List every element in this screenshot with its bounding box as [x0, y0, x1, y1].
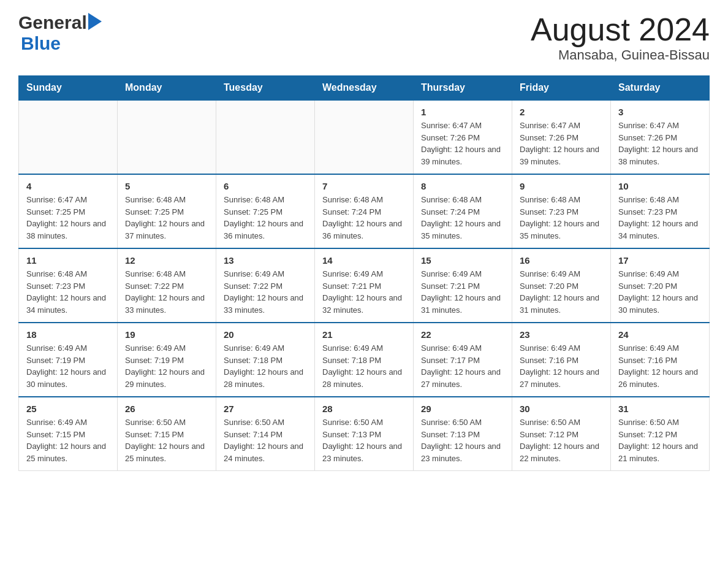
day-number: 29: [421, 404, 504, 414]
day-info: Sunrise: 6:49 AMSunset: 7:22 PMDaylight:…: [224, 268, 307, 316]
day-cell: [216, 100, 315, 174]
day-info: Sunrise: 6:49 AMSunset: 7:18 PMDaylight:…: [322, 342, 406, 390]
day-cell: 18 Sunrise: 6:49 AMSunset: 7:19 PMDaylig…: [19, 323, 118, 397]
day-cell: 3 Sunrise: 6:47 AMSunset: 7:26 PMDayligh…: [611, 100, 710, 174]
day-cell: 6 Sunrise: 6:48 AMSunset: 7:25 PMDayligh…: [216, 174, 315, 248]
day-info: Sunrise: 6:49 AMSunset: 7:16 PMDaylight:…: [618, 342, 702, 390]
day-info: Sunrise: 6:48 AMSunset: 7:25 PMDaylight:…: [125, 194, 208, 242]
day-info: Sunrise: 6:48 AMSunset: 7:22 PMDaylight:…: [125, 268, 208, 316]
day-number: 25: [26, 404, 110, 414]
day-number: 2: [520, 107, 603, 117]
day-info: Sunrise: 6:50 AMSunset: 7:15 PMDaylight:…: [125, 416, 208, 464]
day-cell: 16 Sunrise: 6:49 AMSunset: 7:20 PMDaylig…: [512, 248, 611, 323]
day-header-friday: Friday: [512, 76, 611, 101]
day-info: Sunrise: 6:49 AMSunset: 7:15 PMDaylight:…: [26, 416, 110, 464]
day-cell: 29 Sunrise: 6:50 AMSunset: 7:13 PMDaylig…: [414, 397, 512, 471]
day-info: Sunrise: 6:49 AMSunset: 7:21 PMDaylight:…: [421, 268, 504, 316]
day-info: Sunrise: 6:49 AMSunset: 7:20 PMDaylight:…: [520, 268, 603, 316]
logo-blue-text: Blue: [21, 33, 61, 53]
day-cell: 2 Sunrise: 6:47 AMSunset: 7:26 PMDayligh…: [512, 100, 611, 174]
day-number: 16: [520, 255, 603, 266]
day-cell: 26 Sunrise: 6:50 AMSunset: 7:15 PMDaylig…: [118, 397, 216, 471]
logo-arrow-icon: [88, 13, 102, 30]
day-cell: 8 Sunrise: 6:48 AMSunset: 7:24 PMDayligh…: [414, 174, 512, 248]
day-cell: 19 Sunrise: 6:49 AMSunset: 7:19 PMDaylig…: [118, 323, 216, 397]
day-number: 18: [26, 329, 110, 340]
day-info: Sunrise: 6:48 AMSunset: 7:24 PMDaylight:…: [322, 194, 406, 242]
day-cell: 13 Sunrise: 6:49 AMSunset: 7:22 PMDaylig…: [216, 248, 315, 323]
day-info: Sunrise: 6:50 AMSunset: 7:14 PMDaylight:…: [224, 416, 307, 464]
day-number: 26: [125, 404, 208, 414]
day-cell: 22 Sunrise: 6:49 AMSunset: 7:17 PMDaylig…: [414, 323, 512, 397]
day-cell: 31 Sunrise: 6:50 AMSunset: 7:12 PMDaylig…: [611, 397, 710, 471]
day-number: 4: [26, 181, 110, 191]
day-header-monday: Monday: [118, 76, 216, 101]
day-info: Sunrise: 6:49 AMSunset: 7:16 PMDaylight:…: [520, 342, 603, 390]
day-number: 21: [322, 329, 406, 340]
day-number: 11: [26, 255, 110, 266]
day-cell: 21 Sunrise: 6:49 AMSunset: 7:18 PMDaylig…: [315, 323, 414, 397]
day-cell: [118, 100, 216, 174]
day-number: 3: [618, 107, 702, 117]
day-number: 27: [224, 404, 307, 414]
svg-marker-0: [88, 13, 102, 30]
day-number: 31: [618, 404, 702, 414]
day-number: 7: [322, 181, 406, 191]
day-info: Sunrise: 6:49 AMSunset: 7:21 PMDaylight:…: [322, 268, 406, 316]
day-info: Sunrise: 6:50 AMSunset: 7:12 PMDaylight:…: [618, 416, 702, 464]
day-number: 28: [322, 404, 406, 414]
day-info: Sunrise: 6:50 AMSunset: 7:13 PMDaylight:…: [322, 416, 406, 464]
day-info: Sunrise: 6:49 AMSunset: 7:20 PMDaylight:…: [618, 268, 702, 316]
day-info: Sunrise: 6:48 AMSunset: 7:23 PMDaylight:…: [26, 268, 110, 316]
day-info: Sunrise: 6:47 AMSunset: 7:25 PMDaylight:…: [26, 194, 110, 242]
day-number: 23: [520, 329, 603, 340]
day-cell: 7 Sunrise: 6:48 AMSunset: 7:24 PMDayligh…: [315, 174, 414, 248]
day-cell: 10 Sunrise: 6:48 AMSunset: 7:23 PMDaylig…: [611, 174, 710, 248]
day-number: 12: [125, 255, 208, 266]
day-number: 24: [618, 329, 702, 340]
day-number: 15: [421, 255, 504, 266]
day-cell: 23 Sunrise: 6:49 AMSunset: 7:16 PMDaylig…: [512, 323, 611, 397]
calendar-table: SundayMondayTuesdayWednesdayThursdayFrid…: [18, 75, 710, 471]
day-cell: 28 Sunrise: 6:50 AMSunset: 7:13 PMDaylig…: [315, 397, 414, 471]
day-cell: 17 Sunrise: 6:49 AMSunset: 7:20 PMDaylig…: [611, 248, 710, 323]
day-info: Sunrise: 6:48 AMSunset: 7:23 PMDaylight:…: [618, 194, 702, 242]
page-header: General Blue August 2024 Mansaba, Guinea…: [18, 12, 710, 63]
day-cell: 14 Sunrise: 6:49 AMSunset: 7:21 PMDaylig…: [315, 248, 414, 323]
day-cell: 20 Sunrise: 6:49 AMSunset: 7:18 PMDaylig…: [216, 323, 315, 397]
calendar-header: SundayMondayTuesdayWednesdayThursdayFrid…: [19, 76, 710, 101]
days-header-row: SundayMondayTuesdayWednesdayThursdayFrid…: [19, 76, 710, 101]
week-row-4: 18 Sunrise: 6:49 AMSunset: 7:19 PMDaylig…: [19, 323, 710, 397]
day-info: Sunrise: 6:49 AMSunset: 7:19 PMDaylight:…: [125, 342, 208, 390]
day-number: 9: [520, 181, 603, 191]
week-row-3: 11 Sunrise: 6:48 AMSunset: 7:23 PMDaylig…: [19, 248, 710, 323]
day-info: Sunrise: 6:49 AMSunset: 7:18 PMDaylight:…: [224, 342, 307, 390]
day-cell: 15 Sunrise: 6:49 AMSunset: 7:21 PMDaylig…: [414, 248, 512, 323]
week-row-2: 4 Sunrise: 6:47 AMSunset: 7:25 PMDayligh…: [19, 174, 710, 248]
day-info: Sunrise: 6:48 AMSunset: 7:25 PMDaylight:…: [224, 194, 307, 242]
day-info: Sunrise: 6:49 AMSunset: 7:17 PMDaylight:…: [421, 342, 504, 390]
day-number: 20: [224, 329, 307, 340]
day-number: 22: [421, 329, 504, 340]
day-info: Sunrise: 6:47 AMSunset: 7:26 PMDaylight:…: [520, 120, 603, 167]
day-cell: 24 Sunrise: 6:49 AMSunset: 7:16 PMDaylig…: [611, 323, 710, 397]
day-info: Sunrise: 6:50 AMSunset: 7:12 PMDaylight:…: [520, 416, 603, 464]
day-cell: 5 Sunrise: 6:48 AMSunset: 7:25 PMDayligh…: [118, 174, 216, 248]
day-info: Sunrise: 6:50 AMSunset: 7:13 PMDaylight:…: [421, 416, 504, 464]
page-subtitle: Mansaba, Guinea-Bissau: [531, 47, 710, 63]
day-number: 17: [618, 255, 702, 266]
day-number: 8: [421, 181, 504, 191]
day-number: 6: [224, 181, 307, 191]
day-cell: 12 Sunrise: 6:48 AMSunset: 7:22 PMDaylig…: [118, 248, 216, 323]
day-cell: 30 Sunrise: 6:50 AMSunset: 7:12 PMDaylig…: [512, 397, 611, 471]
day-number: 5: [125, 181, 208, 191]
day-number: 1: [421, 107, 504, 117]
day-cell: 25 Sunrise: 6:49 AMSunset: 7:15 PMDaylig…: [19, 397, 118, 471]
day-info: Sunrise: 6:47 AMSunset: 7:26 PMDaylight:…: [618, 120, 702, 167]
week-row-5: 25 Sunrise: 6:49 AMSunset: 7:15 PMDaylig…: [19, 397, 710, 471]
day-number: 30: [520, 404, 603, 414]
day-header-wednesday: Wednesday: [315, 76, 414, 101]
day-number: 13: [224, 255, 307, 266]
day-info: Sunrise: 6:47 AMSunset: 7:26 PMDaylight:…: [421, 120, 504, 167]
calendar-body: 1 Sunrise: 6:47 AMSunset: 7:26 PMDayligh…: [19, 100, 710, 471]
